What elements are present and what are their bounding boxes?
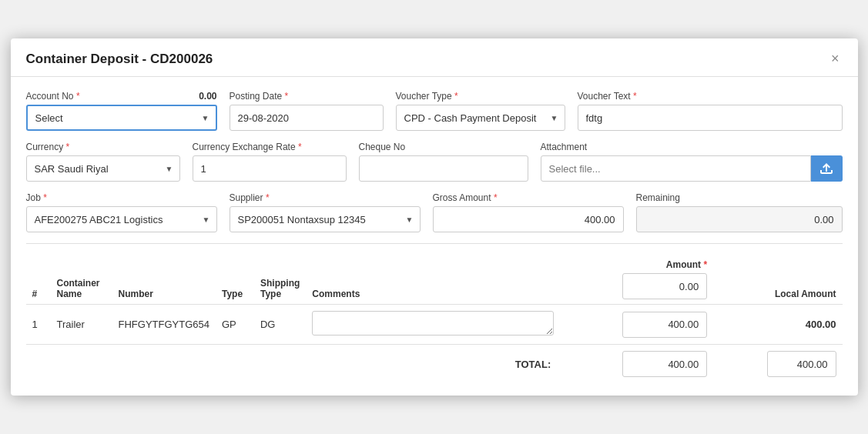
voucher-text-label: Voucher Text * xyxy=(578,91,843,102)
exchange-rate-required: * xyxy=(298,142,302,152)
total-label: TOTAL: xyxy=(306,345,560,384)
supplier-required: * xyxy=(266,192,270,203)
row-number: FHFGYTFGYTG654 xyxy=(112,305,216,345)
row-type: GP xyxy=(216,305,254,345)
row-amount xyxy=(560,305,713,345)
total-empty xyxy=(26,345,307,384)
account-no-label: Account No * xyxy=(26,91,80,102)
col-header-amount: Amount * xyxy=(560,255,713,305)
currency-required: * xyxy=(66,142,70,152)
form-row-2: Currency * SAR Saudi Riyal ▼ Currency Ex… xyxy=(26,142,843,182)
exchange-rate-group: Currency Exchange Rate * xyxy=(193,142,347,182)
posting-date-required: * xyxy=(285,91,289,102)
upload-icon xyxy=(820,163,833,174)
voucher-text-input[interactable] xyxy=(578,105,843,131)
modal-title: Container Deposit - CD200026 xyxy=(26,52,213,67)
row-comments xyxy=(306,305,560,345)
col-header-comments: Comments xyxy=(306,255,560,305)
gross-amount-group: Gross Amount * xyxy=(433,192,624,232)
modal-header: Container Deposit - CD200026 × xyxy=(11,38,858,77)
col-header-shipping-type: Shipping Type xyxy=(254,255,306,305)
voucher-text-group: Voucher Text * xyxy=(578,91,843,131)
attachment-label: Attachment xyxy=(541,142,843,152)
account-no-select[interactable]: Select xyxy=(28,105,216,131)
job-select[interactable]: AFE200275 ABC21 Logistics xyxy=(27,206,216,232)
account-no-select-wrapper[interactable]: Select ▼ xyxy=(26,105,217,131)
supplier-select[interactable]: SP200051 Nontaxsup 12345 xyxy=(230,206,420,232)
remaining-label: Remaining xyxy=(636,192,843,203)
job-select-wrapper[interactable]: AFE200275 ABC21 Logistics ▼ xyxy=(26,206,217,232)
supplier-group: Supplier * SP200051 Nontaxsup 12345 ▼ xyxy=(230,192,421,232)
voucher-type-required: * xyxy=(454,91,458,102)
remaining-group: Remaining xyxy=(636,192,843,232)
job-group: Job * AFE200275 ABC21 Logistics ▼ xyxy=(26,192,217,232)
attachment-row xyxy=(541,155,843,182)
row-hash: 1 xyxy=(26,305,51,345)
currency-select-wrapper[interactable]: SAR Saudi Riyal ▼ xyxy=(26,155,180,182)
voucher-text-required: * xyxy=(633,91,637,102)
attachment-input[interactable] xyxy=(541,155,811,182)
form-row-1: Account No * 0.00 Select ▼ Posting Date … xyxy=(26,91,843,131)
amount-required: * xyxy=(703,259,707,270)
table-header-row: # Container Name Number Type Shipping Ty… xyxy=(26,255,843,305)
amount-header-input[interactable] xyxy=(622,273,707,299)
account-no-required: * xyxy=(76,91,80,102)
job-required: * xyxy=(43,192,47,203)
total-local-amount-input xyxy=(767,351,836,377)
container-table: # Container Name Number Type Shipping Ty… xyxy=(26,255,843,383)
row-shipping-type: DG xyxy=(254,305,306,345)
table-section: # Container Name Number Type Shipping Ty… xyxy=(26,255,843,383)
cheque-no-input[interactable] xyxy=(359,155,528,182)
total-amount-input xyxy=(622,351,707,377)
col-header-type: Type xyxy=(216,255,254,305)
exchange-rate-input[interactable] xyxy=(193,155,347,182)
col-header-number: Number xyxy=(112,255,216,305)
currency-group: Currency * SAR Saudi Riyal ▼ xyxy=(26,142,180,182)
modal-body: Account No * 0.00 Select ▼ Posting Date … xyxy=(11,77,858,396)
remaining-input xyxy=(636,206,843,232)
currency-select[interactable]: SAR Saudi Riyal xyxy=(27,155,179,182)
supplier-label: Supplier * xyxy=(230,192,421,203)
voucher-type-select-wrapper[interactable]: CPD - Cash Payment Deposit ▼ xyxy=(396,105,565,131)
posting-date-label: Posting Date * xyxy=(230,91,384,102)
posting-date-group: Posting Date * xyxy=(230,91,384,131)
divider xyxy=(26,243,843,244)
col-header-local-amount: Local Amount xyxy=(713,255,842,305)
row-local-amount: 400.00 xyxy=(713,305,842,345)
table-body: 1 Trailer FHFGYTFGYTG654 GP DG 400.00 xyxy=(26,305,843,384)
job-label: Job * xyxy=(26,192,217,203)
exchange-rate-label: Currency Exchange Rate * xyxy=(193,142,347,152)
cheque-no-label: Cheque No xyxy=(359,142,528,152)
supplier-select-wrapper[interactable]: SP200051 Nontaxsup 12345 ▼ xyxy=(230,206,421,232)
gross-amount-label: Gross Amount * xyxy=(433,192,624,203)
col-header-hash: # xyxy=(26,255,51,305)
account-no-amount: 0.00 xyxy=(199,91,216,102)
modal-container: Container Deposit - CD200026 × Account N… xyxy=(11,38,858,396)
close-button[interactable]: × xyxy=(828,51,843,67)
attachment-group: Attachment xyxy=(541,142,843,182)
currency-label: Currency * xyxy=(26,142,180,152)
gross-amount-required: * xyxy=(494,192,498,203)
row-amount-input[interactable] xyxy=(622,312,707,338)
account-no-group: Account No * 0.00 Select ▼ xyxy=(26,91,217,131)
total-local-amount-cell xyxy=(713,345,842,384)
form-row-3: Job * AFE200275 ABC21 Logistics ▼ Suppli… xyxy=(26,192,843,232)
row-comments-input[interactable] xyxy=(312,311,554,336)
cheque-group: Cheque No xyxy=(359,142,528,182)
table-row: 1 Trailer FHFGYTFGYTG654 GP DG 400.00 xyxy=(26,305,843,345)
attachment-upload-button[interactable] xyxy=(811,155,843,182)
posting-date-input[interactable] xyxy=(230,105,384,131)
voucher-type-group: Voucher Type * CPD - Cash Payment Deposi… xyxy=(396,91,565,131)
col-header-container-name: Container Name xyxy=(51,255,112,305)
total-amount-cell xyxy=(560,345,713,384)
voucher-type-select[interactable]: CPD - Cash Payment Deposit xyxy=(397,105,565,131)
voucher-type-label: Voucher Type * xyxy=(396,91,565,102)
row-container-name: Trailer xyxy=(51,305,112,345)
gross-amount-input[interactable] xyxy=(433,206,624,232)
total-row: TOTAL: xyxy=(26,345,843,384)
